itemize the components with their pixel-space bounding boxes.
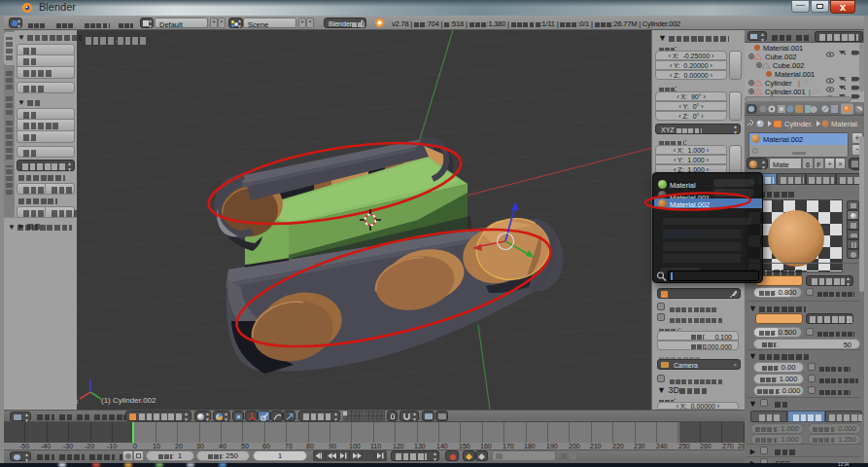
svg-text:|: |: [798, 79, 800, 88]
svg-text:Material.: Material.: [831, 120, 859, 128]
svg-text:|: |: [809, 88, 811, 96]
svg-text:Cylinder.001: Cylinder.001: [765, 88, 806, 96]
svg-text:Cylinder.: Cylinder.: [784, 120, 813, 128]
svg-text:(1) Cylinder.002: (1) Cylinder.002: [101, 396, 156, 405]
svg-text:Cylinder: Cylinder: [765, 79, 792, 88]
svg-text:Cube.002: Cube.002: [773, 61, 805, 70]
svg-text:Material.001: Material.001: [775, 70, 815, 79]
svg-text:Cube.002: Cube.002: [765, 53, 797, 61]
svg-text:Material.001: Material.001: [763, 44, 803, 53]
